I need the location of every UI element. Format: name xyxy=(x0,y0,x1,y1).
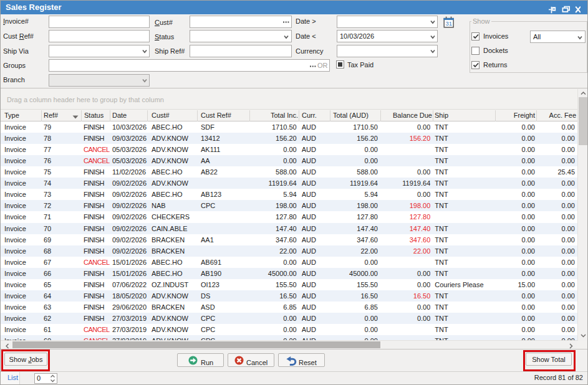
svg-text:31: 31 xyxy=(445,20,452,27)
